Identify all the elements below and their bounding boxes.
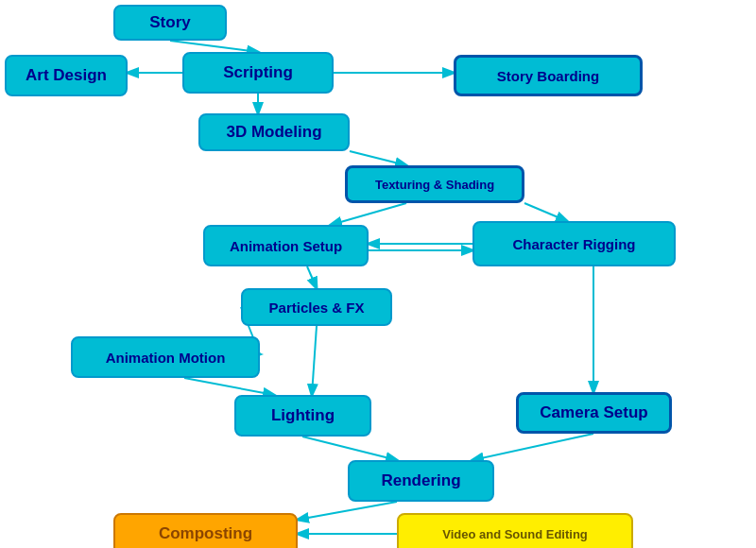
art_design-label: Art Design <box>26 66 107 85</box>
character_rigging-label: Character Rigging <box>512 236 635 252</box>
svg-line-5 <box>331 203 406 225</box>
story-node: Story <box>113 5 227 41</box>
flowchart-diagram: StoryArt DesignScriptingStory Boarding3D… <box>0 0 756 548</box>
character_rigging-node: Character Rigging <box>472 221 676 266</box>
svg-line-16 <box>298 502 397 520</box>
modeling-node: 3D Modeling <box>198 113 350 151</box>
rendering-node: Rendering <box>348 460 494 502</box>
animation_setup-node: Animation Setup <box>203 225 369 266</box>
svg-line-14 <box>472 434 593 460</box>
story_boarding-node: Story Boarding <box>454 55 643 96</box>
svg-line-13 <box>312 326 317 395</box>
svg-line-15 <box>302 437 397 460</box>
camera_setup-node: Camera Setup <box>516 392 672 434</box>
svg-line-8 <box>524 203 567 221</box>
animation_motion-node: Animation Motion <box>71 336 260 378</box>
story_boarding-label: Story Boarding <box>497 68 599 84</box>
scripting-node: Scripting <box>182 52 334 94</box>
video_sound-node: Video and Sound Editing <box>397 513 633 548</box>
animation_motion-label: Animation Motion <box>106 350 226 366</box>
svg-line-0 <box>170 41 258 52</box>
art_design-node: Art Design <box>5 55 128 96</box>
svg-line-4 <box>350 151 406 165</box>
texturing-label: Texturing & Shading <box>375 178 494 192</box>
rendering-label: Rendering <box>381 471 460 490</box>
svg-line-12 <box>184 378 274 395</box>
lighting-node: Lighting <box>234 395 371 437</box>
modeling-label: 3D Modeling <box>226 123 321 142</box>
lighting-label: Lighting <box>271 406 335 425</box>
story-label: Story <box>149 13 190 32</box>
camera_setup-label: Camera Setup <box>540 403 647 422</box>
particles-node: Particles & FX <box>241 288 392 326</box>
composting-label: Composting <box>159 524 252 543</box>
svg-line-9 <box>307 266 317 288</box>
scripting-label: Scripting <box>223 63 293 82</box>
video_sound-label: Video and Sound Editing <box>442 527 588 541</box>
texturing-node: Texturing & Shading <box>345 165 524 203</box>
composting-node: Composting <box>113 513 298 548</box>
animation_setup-label: Animation Setup <box>230 238 342 254</box>
particles-label: Particles & FX <box>269 300 365 316</box>
